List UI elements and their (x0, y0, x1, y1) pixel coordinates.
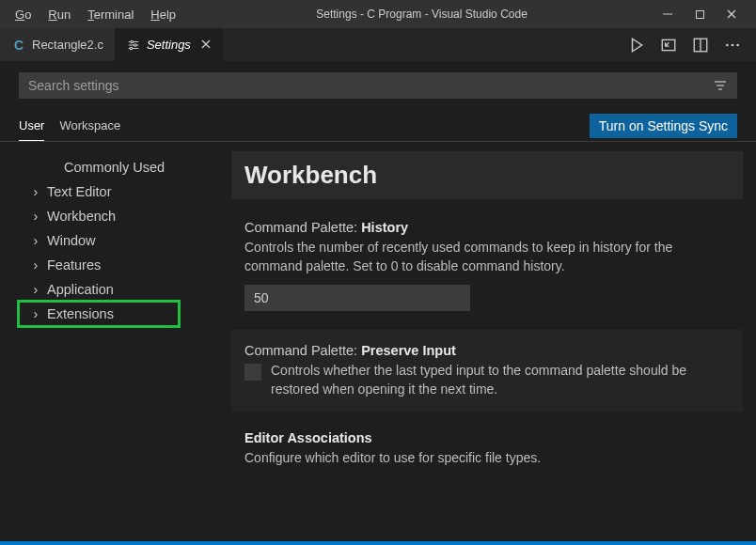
minimize-button[interactable] (660, 7, 675, 22)
menu-terminal[interactable]: Terminal (80, 4, 141, 25)
chevron-right-icon: › (30, 282, 41, 297)
window-title: Settings - C Program - Visual Studio Cod… (183, 8, 660, 21)
svg-point-15 (726, 43, 729, 46)
split-editor-icon[interactable] (692, 37, 709, 54)
settings-sync-button[interactable]: Turn on Settings Sync (590, 114, 737, 138)
window-controls (660, 7, 748, 22)
setting-command-palette-preserve-input: Command Palette: Preserve Input Controls… (231, 330, 743, 412)
editor-actions (628, 37, 756, 54)
settings-search-row (0, 61, 756, 110)
close-icon[interactable] (200, 38, 212, 53)
search-input[interactable] (28, 78, 713, 93)
tab-file-rectangle2[interactable]: C Rectangle2.c (0, 28, 115, 61)
svg-point-9 (130, 47, 133, 50)
tab-settings[interactable]: Settings (115, 28, 223, 61)
tree-window[interactable]: ›Window (19, 228, 216, 253)
tab-label: Settings (147, 38, 191, 52)
preserve-input-checkbox[interactable] (244, 364, 261, 381)
run-icon[interactable] (628, 37, 645, 54)
settings-content: Workbench Command Palette: History Contr… (222, 142, 756, 541)
svg-point-5 (131, 40, 134, 43)
setting-title: Command Palette: Preserve Input (244, 343, 730, 358)
more-actions-icon[interactable] (724, 37, 741, 54)
setting-title: Editor Associations (244, 430, 730, 445)
setting-title: Command Palette: History (244, 220, 730, 235)
tree-text-editor[interactable]: ›Text Editor (19, 179, 216, 204)
tree-commonly-used[interactable]: Commonly Used (19, 155, 216, 179)
status-bar (0, 541, 756, 545)
svg-rect-12 (662, 39, 675, 50)
section-header: Workbench (231, 151, 743, 199)
scope-user[interactable]: User (19, 111, 44, 141)
setting-description: Controls the number of recently used com… (244, 239, 730, 275)
menu-go[interactable]: Go (8, 4, 39, 25)
c-file-icon: C (11, 38, 26, 53)
chevron-right-icon: › (30, 184, 41, 199)
settings-tree: Commonly Used ›Text Editor ›Workbench ›W… (0, 142, 222, 541)
chevron-right-icon: › (30, 306, 41, 321)
svg-point-16 (732, 43, 734, 46)
setting-command-palette-history: Command Palette: History Controls the nu… (231, 216, 743, 330)
setting-description: Controls whether the last typed input to… (271, 362, 730, 398)
settings-search[interactable] (19, 72, 737, 99)
filter-icon[interactable] (713, 78, 728, 93)
svg-rect-1 (696, 10, 703, 18)
tab-label: Rectangle2.c (32, 38, 103, 52)
history-input[interactable] (244, 285, 470, 311)
titlebar: Go Run Terminal Help Settings - C Progra… (0, 0, 756, 28)
close-button[interactable] (724, 7, 739, 22)
scope-workspace[interactable]: Workspace (59, 111, 120, 140)
svg-point-17 (736, 43, 739, 46)
chevron-right-icon: › (30, 233, 41, 248)
tab-bar: C Rectangle2.c Settings (0, 28, 756, 61)
chevron-right-icon: › (30, 209, 41, 224)
settings-icon (126, 38, 141, 53)
chevron-right-icon: › (30, 257, 41, 272)
tree-workbench[interactable]: ›Workbench (19, 204, 216, 228)
open-to-side-icon[interactable] (660, 37, 677, 54)
tree-application[interactable]: ›Application (19, 277, 216, 302)
maximize-button[interactable] (692, 7, 707, 22)
svg-point-7 (134, 43, 136, 46)
menu-help[interactable]: Help (143, 4, 183, 25)
settings-scope-row: User Workspace Turn on Settings Sync (0, 110, 756, 142)
tree-extensions[interactable]: ›Extensions (19, 302, 179, 326)
setting-description: Configure which editor to use for specif… (244, 449, 730, 468)
setting-editor-associations: Editor Associations Configure which edit… (231, 427, 743, 468)
menu-bar: Go Run Terminal Help (8, 4, 183, 25)
menu-run[interactable]: Run (40, 4, 78, 25)
tree-features[interactable]: ›Features (19, 253, 216, 277)
